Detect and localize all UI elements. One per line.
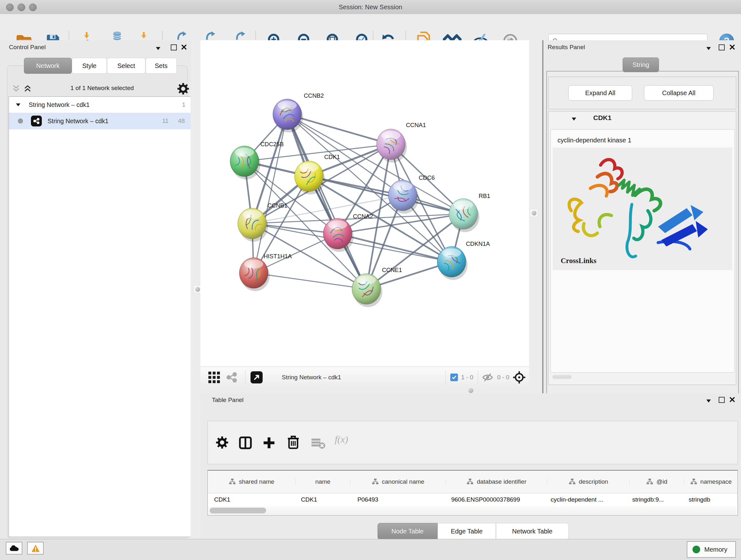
- grid-view-icon[interactable]: [205, 367, 223, 388]
- collapse-all-networks-icon[interactable]: [12, 84, 20, 93]
- right-splitter-handle[interactable]: [530, 209, 538, 217]
- tab-node-table[interactable]: Node Table: [378, 523, 437, 540]
- node-label-CCNE1: CCNE1: [382, 266, 402, 273]
- network-options-gear-icon[interactable]: [178, 83, 189, 95]
- tab-string[interactable]: String: [623, 57, 659, 72]
- results-hscrollbar[interactable]: [551, 374, 733, 380]
- tree-column-icon: [229, 478, 236, 485]
- cell-shared-name: CDK1: [208, 496, 294, 503]
- table-hscrollbar[interactable]: [208, 506, 737, 515]
- gene-description: cyclin-dependent kinase 1: [557, 137, 631, 144]
- table-panel-menu-icon[interactable]: [706, 399, 711, 403]
- network-node-RB1[interactable]: [449, 199, 479, 232]
- network-edge[interactable]: [287, 114, 366, 289]
- network-label: String Network – cdk1: [48, 118, 109, 125]
- table-row[interactable]: CDK1 CDK1 P06493 9606.ENSP00000378699 cy…: [208, 493, 738, 506]
- function-builder-icon[interactable]: f(x): [335, 434, 348, 445]
- table-panel-float-icon[interactable]: [719, 397, 725, 403]
- network-canvas[interactable]: CCNB2CCNA1CDC25BCDK1CDC6RB1CCNB1CCNA2CDK…: [200, 40, 529, 367]
- table-hscrollbar-thumb[interactable]: [210, 508, 266, 513]
- network-share-icon[interactable]: [223, 367, 240, 388]
- column-header-shared-name[interactable]: shared name: [208, 478, 295, 485]
- gene-details: cyclin-dependent kinase 1: [550, 129, 735, 373]
- tab-network-table[interactable]: Network Table: [496, 523, 569, 540]
- detach-view-button[interactable]: [251, 371, 263, 383]
- hidden-eye-icon[interactable]: [482, 373, 494, 382]
- birds-eye-view-icon[interactable]: [509, 367, 529, 388]
- status-bar: Memory: [0, 539, 741, 560]
- control-panel-menu-icon[interactable]: [156, 47, 160, 51]
- tab-select[interactable]: Select: [107, 58, 145, 74]
- cell-canonical-name: P06493: [351, 496, 445, 503]
- results-panel-close-icon[interactable]: [730, 44, 735, 50]
- selected-checkbox[interactable]: [450, 374, 458, 381]
- cell-database-identifier: 9606.ENSP00000378699: [445, 496, 544, 503]
- memory-status-dot: [692, 546, 700, 553]
- delete-column-icon[interactable]: [286, 435, 300, 450]
- horizontal-splitter[interactable]: [200, 388, 529, 393]
- network-edge[interactable]: [254, 114, 287, 273]
- node-label-CCNB1: CCNB1: [267, 202, 287, 209]
- node-label-CDC6: CDC6: [419, 174, 434, 181]
- table-panel-title: Table Panel: [212, 396, 244, 403]
- table-panel-close-icon[interactable]: [730, 397, 735, 402]
- column-header-description[interactable]: description: [547, 478, 629, 485]
- tree-column-icon: [372, 478, 379, 485]
- column-header-at-id[interactable]: @id: [630, 478, 684, 485]
- horizontal-splitter-handle[interactable]: [468, 388, 473, 393]
- warnings-button[interactable]: [27, 542, 44, 555]
- tab-network[interactable]: Network: [24, 58, 72, 74]
- network-node-CCNA2[interactable]: [323, 219, 354, 252]
- network-row[interactable]: String Network – cdk1 11 48: [9, 113, 192, 129]
- cloud-status-button[interactable]: [6, 542, 22, 555]
- control-panel: Control Panel Network Style Select Sets …: [0, 40, 191, 539]
- title-bar: Session: New Session: [0, 0, 741, 14]
- tree-column-icon: [569, 478, 576, 485]
- control-panel-close-icon[interactable]: [181, 44, 187, 50]
- table-panel: Table Panel f(x) shared name name canoni…: [200, 393, 741, 539]
- protein-structure-image: [553, 147, 732, 270]
- control-panel-float-icon[interactable]: [171, 44, 177, 51]
- tab-sets[interactable]: Sets: [145, 58, 177, 74]
- delete-table-icon[interactable]: [311, 438, 326, 449]
- gene-collapse-icon[interactable]: [571, 117, 576, 121]
- expand-all-button[interactable]: Expand All: [568, 85, 632, 101]
- network-edge[interactable]: [254, 273, 366, 289]
- network-node-CDK1[interactable]: [294, 161, 325, 194]
- table-toolbar: f(x): [207, 421, 738, 464]
- network-node-CDC25B[interactable]: [230, 146, 260, 179]
- tab-style[interactable]: Style: [72, 58, 107, 74]
- network-view-toolbar: String Network – cdk1 1 - 0 0 - 0: [200, 367, 529, 388]
- table-settings-gear-icon[interactable]: [215, 436, 229, 449]
- add-column-icon[interactable]: [262, 436, 276, 450]
- network-node-CDKN1A[interactable]: [437, 246, 468, 280]
- window-title: Session: New Session: [0, 0, 741, 14]
- memory-button[interactable]: Memory: [687, 541, 736, 558]
- network-node-CCNE1[interactable]: [352, 273, 382, 307]
- collection-count: 1: [182, 101, 185, 108]
- column-header-canonical-name[interactable]: canonical name: [350, 478, 446, 485]
- selected-counts: 1 - 0: [461, 374, 473, 381]
- column-header-namespace[interactable]: namespace: [684, 478, 738, 485]
- network-node-HIST1H1A[interactable]: [239, 258, 270, 291]
- results-panel-menu-icon[interactable]: [706, 47, 711, 51]
- show-columns-icon[interactable]: [239, 436, 253, 450]
- network-node-CCNA1[interactable]: [377, 129, 407, 163]
- column-header-database-identifier[interactable]: database identifier: [446, 478, 547, 485]
- network-collection-row[interactable]: String Network – cdk1 1: [9, 97, 192, 113]
- network-node-CCNB2[interactable]: [273, 99, 303, 132]
- results-panel-float-icon[interactable]: [719, 44, 725, 51]
- warning-icon: [31, 544, 40, 552]
- memory-label: Memory: [704, 546, 727, 553]
- collection-expand-icon[interactable]: [16, 104, 20, 106]
- tab-edge-table[interactable]: Edge Table: [437, 523, 496, 540]
- cell-namespace: stringdb: [682, 496, 738, 503]
- collapse-all-button[interactable]: Collapse All: [644, 85, 714, 101]
- cloud-icon: [9, 545, 19, 552]
- gene-name: CDK1: [593, 114, 611, 122]
- node-label-CCNA2: CCNA2: [353, 213, 373, 220]
- expand-all-networks-icon[interactable]: [23, 84, 31, 93]
- node-label-CCNB2: CCNB2: [304, 92, 324, 99]
- string-network-icon: [31, 116, 42, 126]
- column-header-name[interactable]: name: [295, 478, 350, 485]
